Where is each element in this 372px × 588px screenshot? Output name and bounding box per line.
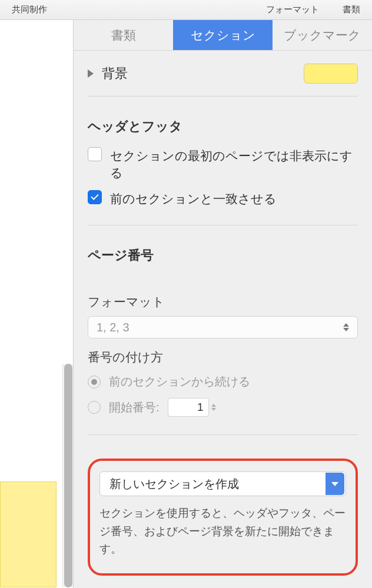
scrollbar[interactable] <box>62 364 73 587</box>
format-select[interactable]: 1, 2, 3 <box>88 316 358 338</box>
page-thumbnail[interactable] <box>0 481 57 587</box>
start-at-stepper[interactable] <box>211 404 216 411</box>
canvas-area <box>0 20 73 588</box>
numbering-label: 番号の付け方 <box>88 349 358 366</box>
scrollbar-thumb[interactable] <box>64 364 72 587</box>
headers-footers-title: ヘッダとフッタ <box>88 118 358 135</box>
match-previous-label: 前のセクションと一致させる <box>110 190 277 207</box>
start-at-input[interactable]: 1 <box>168 398 209 417</box>
create-section-help: セクションを使用すると、ヘッダやフッタ、ページ番号、およびページ背景を新たに開始… <box>99 504 346 558</box>
tab-section[interactable]: セクション <box>173 20 273 50</box>
inspector-panel: 書類 セクション ブックマーク 背景 ヘッダとフッタ セクションの最初のページで… <box>73 20 372 588</box>
start-at-value: 1 <box>197 401 204 414</box>
start-at-radio[interactable] <box>88 401 101 414</box>
dropdown-arrow-button[interactable] <box>326 473 344 495</box>
background-row[interactable]: 背景 <box>88 51 358 97</box>
inspector-tabs: 書類 セクション ブックマーク <box>74 20 372 51</box>
continue-radio[interactable] <box>88 376 101 388</box>
format-select-value: 1, 2, 3 <box>97 321 129 334</box>
create-section-highlight: 新しいセクションを作成 セクションを使用すると、ヘッダやフッタ、ページ番号、およ… <box>88 459 358 576</box>
toolbar-document[interactable]: 書類 <box>343 4 360 15</box>
tab-bookmarks[interactable]: ブックマーク <box>273 20 372 50</box>
chevron-up-icon <box>343 323 349 327</box>
start-at-radio-label: 開始番号: <box>109 400 160 416</box>
checkmark-icon <box>91 192 98 200</box>
match-previous-checkbox[interactable] <box>88 190 102 204</box>
background-label: 背景 <box>102 65 128 82</box>
background-color-well[interactable] <box>304 64 358 84</box>
chevron-down-icon <box>343 328 349 331</box>
disclosure-triangle-icon[interactable] <box>88 69 94 78</box>
chevron-down-icon <box>331 482 338 486</box>
hide-first-page-checkbox[interactable] <box>88 147 102 161</box>
create-section-select[interactable]: 新しいセクションを作成 <box>99 471 346 496</box>
chevron-up-icon <box>211 404 216 407</box>
toolbar-collaborate[interactable]: 共同制作 <box>12 4 47 15</box>
chevron-down-icon <box>211 408 216 411</box>
hide-first-page-label: セクションの最初のページでは非表示にする <box>110 147 358 182</box>
format-label: フォーマット <box>88 294 358 310</box>
page-numbers-title: ページ番号 <box>88 247 358 264</box>
toolbar-format[interactable]: フォーマット <box>266 4 319 15</box>
toolbar: 共同制作 フォーマット 書類 <box>0 0 372 20</box>
continue-radio-label: 前のセクションから続ける <box>109 374 250 390</box>
create-section-label: 新しいセクションを作成 <box>109 476 239 492</box>
tab-document[interactable]: 書類 <box>74 20 173 50</box>
